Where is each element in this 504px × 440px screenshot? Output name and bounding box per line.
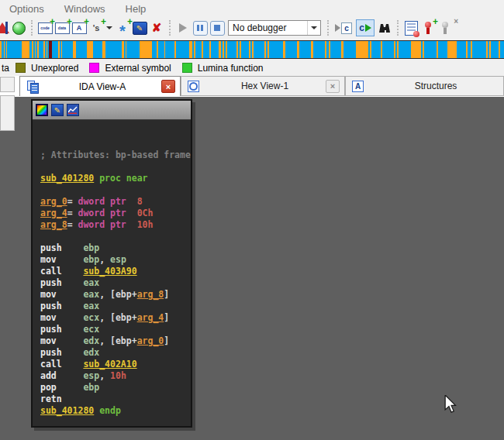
navband-segment[interactable] xyxy=(330,41,341,58)
debugger-stop-button[interactable] xyxy=(209,20,225,36)
navband-segment[interactable] xyxy=(491,41,499,58)
navband-segment[interactable] xyxy=(382,41,394,58)
navband-segment[interactable] xyxy=(203,41,209,58)
navband-segment[interactable] xyxy=(472,41,486,58)
navband-segment[interactable] xyxy=(7,41,22,58)
navband-segment[interactable] xyxy=(176,41,189,58)
navband-segment[interactable] xyxy=(195,41,202,58)
asm-line[interactable]: ; Attributes: bp-based frame xyxy=(40,150,191,161)
navband-segment[interactable] xyxy=(126,41,140,58)
navband-segment[interactable] xyxy=(457,41,466,58)
asm-line[interactable]: call sub_402A10 xyxy=(40,359,191,370)
asm-line[interactable]: call sub_403A90 xyxy=(40,266,191,277)
asm-line[interactable]: push eax xyxy=(40,277,191,289)
tab-close-button[interactable]: × xyxy=(161,80,175,93)
asm-line[interactable]: mov edx, [ebp+arg_0] xyxy=(40,335,191,347)
asm-line[interactable] xyxy=(40,138,191,150)
create-name-button[interactable]: A + xyxy=(71,20,87,36)
navband-segment[interactable] xyxy=(165,41,174,58)
asm-line[interactable]: sub_401280 proc near xyxy=(40,173,191,184)
navband-segment[interactable] xyxy=(87,41,93,58)
navigation-band[interactable] xyxy=(0,40,504,59)
create-struct-button[interactable]: * + xyxy=(115,20,130,36)
navband-segment[interactable] xyxy=(438,41,447,58)
create-data-button[interactable]: data + xyxy=(54,20,70,36)
navband-segment[interactable] xyxy=(52,41,58,58)
create-code-button[interactable]: code + xyxy=(37,20,53,36)
combo-dropdown-button[interactable] xyxy=(307,21,320,35)
navband-segment[interactable] xyxy=(399,41,411,58)
debugger-start-button[interactable] xyxy=(175,20,191,36)
node-edit-icon[interactable]: ✎ xyxy=(51,104,64,116)
asm-line[interactable]: mov ecx, [ebp+arg_4] xyxy=(40,312,191,324)
asm-line[interactable] xyxy=(40,161,191,173)
graph-node-titlebar[interactable]: ✎ xyxy=(33,101,191,120)
asm-line[interactable]: arg_4= dword ptr 0Ch xyxy=(40,208,191,219)
navband-segment[interactable] xyxy=(285,41,297,58)
string-dropdown-caret-icon[interactable] xyxy=(106,26,112,29)
add-breakpoint-button[interactable]: + xyxy=(420,20,436,36)
asm-line[interactable] xyxy=(40,184,191,196)
menu-item-windows[interactable]: Windows xyxy=(64,3,105,15)
edit-comment-button[interactable]: ✎ xyxy=(132,20,147,36)
asm-line[interactable]: arg_8= dword ptr 10h xyxy=(40,219,191,231)
node-color-palette-icon[interactable] xyxy=(36,104,48,116)
asm-line[interactable]: push edx xyxy=(40,347,191,359)
navband-segment[interactable] xyxy=(105,41,122,58)
undefine-button[interactable]: ✘ xyxy=(149,20,164,36)
navband-segment[interactable] xyxy=(76,41,87,58)
navband-segment[interactable] xyxy=(140,41,152,58)
navband-segment[interactable] xyxy=(343,41,356,58)
navband-segment[interactable] xyxy=(411,41,421,58)
asm-line[interactable]: mov ebp, esp xyxy=(40,254,191,266)
asm-line[interactable]: push eax xyxy=(40,301,191,312)
navband-segment[interactable] xyxy=(356,41,368,58)
navband-segment[interactable] xyxy=(22,41,29,58)
create-string-button[interactable]: 's + xyxy=(88,20,104,36)
navband-segment[interactable] xyxy=(269,41,283,58)
navband-segment[interactable] xyxy=(371,41,381,58)
asm-line[interactable] xyxy=(40,231,191,242)
asm-line[interactable]: sub_401280 endp xyxy=(40,405,191,417)
debugger-select[interactable]: No debugger xyxy=(228,20,321,36)
asm-line[interactable]: push ebp xyxy=(40,242,191,254)
delete-breakpoint-button[interactable]: × xyxy=(437,20,453,36)
tab-close-button[interactable]: × xyxy=(326,80,340,93)
breakpoint-list-button[interactable] xyxy=(403,20,419,36)
navband-segment[interactable] xyxy=(254,41,264,58)
attach-to-process-button[interactable]: c xyxy=(333,20,354,36)
debugger-pause-button[interactable] xyxy=(192,20,208,36)
navband-segment[interactable] xyxy=(424,41,437,58)
mouse-cursor xyxy=(444,395,457,417)
graph-view-canvas[interactable]: ✎ ; Attributes: bp-based frame sub_40128… xyxy=(0,97,504,440)
navband-segment[interactable] xyxy=(211,41,219,58)
node-group-icon[interactable] xyxy=(67,104,79,116)
navband-segment[interactable] xyxy=(93,41,102,58)
graph-node-sub-401280[interactable]: ✎ ; Attributes: bp-based frame sub_40128… xyxy=(31,99,192,428)
asm-line[interactable]: push ecx xyxy=(40,324,191,335)
asm-line[interactable]: mov eax, [ebp+arg_8] xyxy=(40,289,191,301)
problems-icon[interactable] xyxy=(0,21,9,35)
menu-item-help[interactable]: Help xyxy=(126,3,147,15)
asm-line[interactable]: add esp, 10h xyxy=(40,370,191,382)
navband-segment[interactable] xyxy=(313,41,325,58)
navband-segment[interactable] xyxy=(227,41,236,58)
asm-token: , xyxy=(99,370,110,381)
tab-structures[interactable]: A Structures xyxy=(345,76,504,96)
menu-item-options[interactable]: Options xyxy=(9,3,44,15)
continue-process-button[interactable]: c xyxy=(355,20,375,36)
navband-segment[interactable] xyxy=(500,41,504,58)
asm-line[interactable]: arg_0= dword ptr 8 xyxy=(40,196,191,208)
library-search-button[interactable] xyxy=(377,20,392,36)
disassembly-view[interactable]: ; Attributes: bp-based frame sub_401280 … xyxy=(33,120,191,426)
navband-segment[interactable] xyxy=(299,41,311,58)
tab-hex-view-1[interactable]: Hex View-1 × xyxy=(181,76,345,96)
navband-segment[interactable] xyxy=(241,41,249,58)
navband-segment[interactable] xyxy=(447,41,457,58)
navband-segment[interactable] xyxy=(158,41,164,58)
asm-line[interactable]: pop ebp xyxy=(40,382,191,394)
asm-line[interactable] xyxy=(40,126,191,138)
tab-ida-view-a[interactable]: IDA View-A × xyxy=(19,76,181,96)
asm-line[interactable]: retn xyxy=(40,394,191,405)
navband-segment[interactable] xyxy=(62,41,73,58)
